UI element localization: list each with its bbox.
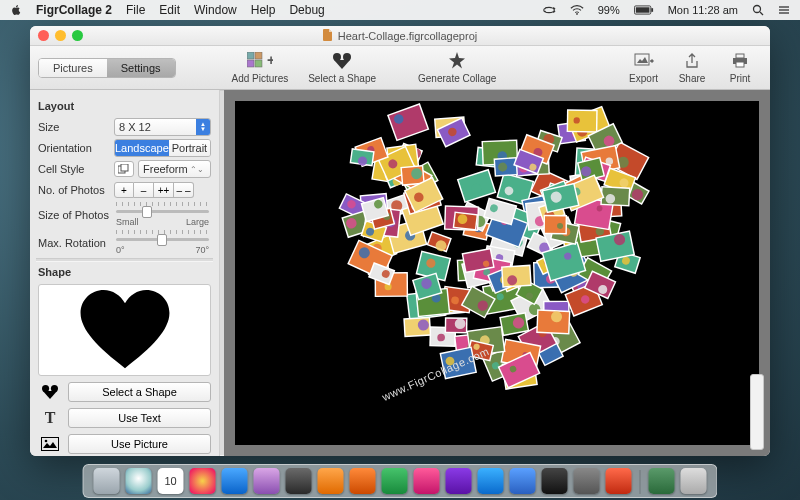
- svg-line-5: [760, 12, 763, 15]
- main-tabs: Pictures Settings: [38, 58, 176, 78]
- menu-file[interactable]: File: [126, 3, 145, 17]
- shape-preview[interactable]: [38, 284, 211, 376]
- zoom-button[interactable]: [72, 30, 83, 41]
- menu-debug[interactable]: Debug: [289, 3, 324, 17]
- canvas-area: www.FigrCollage.com: [224, 90, 770, 456]
- nphotos-inc[interactable]: +: [114, 182, 134, 198]
- dock-calendar[interactable]: 10: [158, 468, 184, 494]
- size-select[interactable]: 8 X 12 ▲▼: [114, 118, 211, 136]
- spotlight-icon[interactable]: [752, 4, 764, 16]
- select-shape-button[interactable]: Select a Shape: [300, 51, 384, 84]
- collage-canvas[interactable]: www.FigrCollage.com: [235, 101, 759, 445]
- svg-point-15: [343, 53, 351, 61]
- svg-rect-19: [736, 62, 744, 67]
- dock-downloads[interactable]: [649, 468, 675, 494]
- svg-rect-16: [635, 54, 649, 65]
- svg-text:+: +: [267, 52, 273, 68]
- dock-app7[interactable]: [574, 468, 600, 494]
- nphotos-label: No. of Photos: [38, 184, 110, 196]
- export-icon: [630, 51, 658, 71]
- svg-rect-24: [42, 438, 59, 451]
- menu-help[interactable]: Help: [251, 3, 276, 17]
- dock-app5[interactable]: [446, 468, 472, 494]
- svg-point-25: [45, 440, 48, 443]
- menu-window[interactable]: Window: [194, 3, 237, 17]
- export-button[interactable]: Export: [621, 51, 666, 84]
- dock-settings[interactable]: [286, 468, 312, 494]
- print-label: Print: [730, 73, 751, 84]
- fastswitch-icon[interactable]: [542, 4, 556, 16]
- nphotos-dec[interactable]: –: [134, 182, 154, 198]
- svg-rect-10: [255, 52, 262, 59]
- apple-menu-icon[interactable]: [10, 4, 22, 16]
- zoom-slider[interactable]: [750, 374, 764, 450]
- dock-itunes[interactable]: [254, 468, 280, 494]
- svg-point-22: [42, 385, 49, 392]
- svg-rect-2: [635, 7, 649, 12]
- cell-style-value: Freeform: [143, 163, 188, 175]
- tab-pictures[interactable]: Pictures: [39, 59, 107, 77]
- nphotos-dec-fast[interactable]: – –: [174, 182, 194, 198]
- dock-app2[interactable]: [350, 468, 376, 494]
- dock-finder[interactable]: [94, 468, 120, 494]
- rotation-label: Max. Rotation: [38, 237, 110, 249]
- close-button[interactable]: [38, 30, 49, 41]
- svg-rect-12: [255, 60, 262, 67]
- battery-icon[interactable]: [634, 5, 654, 15]
- wifi-icon[interactable]: [570, 4, 584, 16]
- use-text-button[interactable]: Use Text: [68, 408, 211, 428]
- sphotos-small: Small: [116, 217, 139, 227]
- copy-icon: [118, 164, 130, 174]
- select-shape-icon: [328, 51, 356, 71]
- rot-min: 0°: [116, 245, 125, 255]
- cell-style-select[interactable]: Freeform ⌃⌄: [138, 160, 211, 178]
- tab-settings[interactable]: Settings: [107, 59, 175, 77]
- use-picture-button[interactable]: Use Picture: [68, 434, 211, 454]
- dock-app8[interactable]: [606, 468, 632, 494]
- notification-center-icon[interactable]: [778, 4, 790, 16]
- svg-rect-17: [736, 54, 744, 58]
- generate-collage-label: Generate Collage: [418, 73, 496, 84]
- menu-edit[interactable]: Edit: [159, 3, 180, 17]
- dock-photos[interactable]: [190, 468, 216, 494]
- rot-max: 70°: [195, 245, 209, 255]
- macos-dock: 10: [83, 464, 718, 498]
- dock-terminal[interactable]: [542, 468, 568, 494]
- generate-collage-button[interactable]: Generate Collage: [410, 51, 504, 84]
- document-icon: [323, 29, 333, 43]
- dock-app4[interactable]: [414, 468, 440, 494]
- macos-menubar: FigrCollage 2 File Edit Window Help Debu…: [0, 0, 800, 20]
- dock-app3[interactable]: [382, 468, 408, 494]
- svg-point-23: [51, 385, 58, 392]
- max-rotation-slider[interactable]: 0°70°: [114, 230, 211, 255]
- nphotos-inc-fast[interactable]: ++: [154, 182, 174, 198]
- svg-rect-21: [121, 164, 128, 171]
- menubar-clock[interactable]: Mon 11:28 am: [668, 4, 738, 16]
- dock-mail[interactable]: [222, 468, 248, 494]
- window-title: Heart-Collage.figrcollageproj: [338, 30, 477, 42]
- size-of-photos-slider[interactable]: SmallLarge: [114, 202, 211, 227]
- select-shape-row-button[interactable]: Select a Shape: [68, 382, 211, 402]
- dock-appstore[interactable]: [510, 468, 536, 494]
- dock-app1[interactable]: [318, 468, 344, 494]
- orientation-landscape[interactable]: Landscape: [115, 140, 169, 156]
- cell-style-icon-button[interactable]: [114, 161, 134, 177]
- minimize-button[interactable]: [55, 30, 66, 41]
- svg-rect-9: [247, 52, 254, 59]
- orientation-portrait[interactable]: Portrait: [169, 140, 210, 156]
- dock-app6[interactable]: [478, 468, 504, 494]
- window-titlebar[interactable]: Heart-Collage.figrcollageproj: [30, 26, 770, 46]
- dock-trash[interactable]: [681, 468, 707, 494]
- share-label: Share: [679, 73, 706, 84]
- svg-rect-135: [568, 111, 596, 131]
- share-button[interactable]: Share: [670, 51, 714, 84]
- add-pictures-icon: +: [246, 51, 274, 71]
- dock-safari[interactable]: [126, 468, 152, 494]
- app-menu[interactable]: FigrCollage 2: [36, 3, 112, 17]
- svg-point-0: [576, 13, 578, 15]
- add-pictures-button[interactable]: + Add Pictures: [224, 51, 297, 84]
- stepper-arrows-icon: ▲▼: [196, 119, 210, 135]
- print-button[interactable]: Print: [718, 51, 762, 84]
- share-icon: [678, 51, 706, 71]
- toolbar: Pictures Settings + Add Pictures Select …: [30, 46, 770, 90]
